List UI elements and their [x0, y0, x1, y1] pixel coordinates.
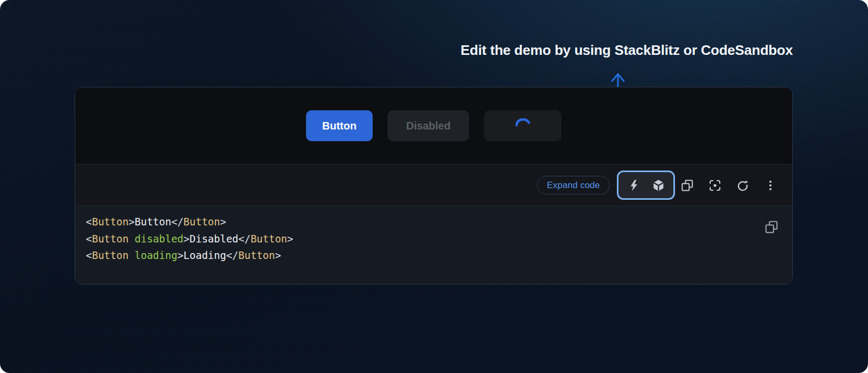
demo-button-disabled[interactable]: Disabled: [388, 110, 469, 141]
refresh-icon[interactable]: [736, 179, 750, 192]
thunderbolt-icon[interactable]: [628, 179, 640, 192]
code-lines: <Button>Button</Button><Button disabled>…: [86, 214, 792, 264]
demo-button-loading[interactable]: [484, 110, 561, 141]
demo-card: Button Disabled Expand code: [75, 87, 793, 285]
annotation-text: Edit the demo by using StackBlitz or Cod…: [461, 42, 793, 59]
code-block: <Button>Button</Button><Button disabled>…: [75, 206, 792, 284]
scan-icon[interactable]: [708, 179, 722, 192]
kebab-menu-icon[interactable]: [763, 179, 777, 192]
demo-preview: Button Disabled: [75, 87, 792, 164]
codesandbox-icon[interactable]: [652, 179, 665, 192]
page-background: Edit the demo by using StackBlitz or Cod…: [0, 0, 868, 373]
editor-buttons-group: [617, 171, 675, 200]
loading-spinner-icon: [516, 118, 531, 133]
copy-code-icon[interactable]: [765, 220, 778, 234]
copy-icon[interactable]: [680, 179, 694, 192]
expand-code-button[interactable]: Expand code: [537, 176, 610, 194]
demo-button-primary[interactable]: Button: [306, 110, 373, 141]
demo-toolbar: Expand code: [75, 164, 792, 206]
